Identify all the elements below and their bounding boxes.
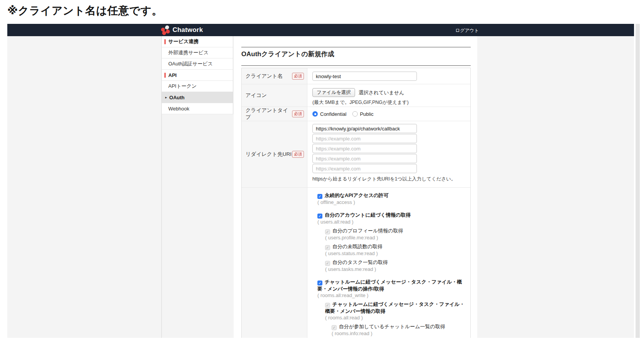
redirect-uri-input-3[interactable] xyxy=(312,144,417,153)
file-select-button[interactable]: ファイルを選択 xyxy=(312,88,355,97)
sidebar-item-oauth-auth-services[interactable]: OAuth認証サービス xyxy=(162,58,233,70)
client-name-row: クライアント名 必須 xyxy=(242,68,470,84)
scope-label: 自分のプロフィール情報の取得 xyxy=(332,228,403,234)
client-name-value-cell xyxy=(307,68,470,84)
scrollbar-track[interactable] xyxy=(635,24,640,338)
app-window: Chatwork ログアウト サービス連携 外部連携サービス OAuth認証サー… xyxy=(7,24,634,338)
main-content: OAuthクライアントの新規作成 クライアント名 必須 アイコン ファイルを選 xyxy=(234,36,477,338)
sidebar-item-api[interactable]: API xyxy=(162,70,233,81)
scope-label: 永続的なAPIアクセスの許可 xyxy=(325,192,389,198)
client-name-label-cell: クライアント名 必須 xyxy=(242,68,307,84)
redirect-uri-label: リダイレクト先URI xyxy=(246,151,292,158)
scope-rooms-all-read: チャットルームに紐づくメッセージ・タスク・ファイル・概要・メンバー情報の取得 (… xyxy=(325,301,466,321)
client-type-row: クライアントタイプ 必須 Confidential Public xyxy=(242,107,470,121)
scope-code: ( rooms.all:read ) xyxy=(325,314,466,321)
sidebar-item-oauth[interactable]: ▸ OAuth xyxy=(162,92,233,103)
checkbox-rooms-all-read xyxy=(325,303,330,308)
scope-rooms-all-read-write: チャットルームに紐づくメッセージ・タスク・ファイル・概要・メンバー情報の操作/取… xyxy=(317,279,466,299)
icon-note: (最大 5MBまで。JPEG,GIF,PNGが使えます) xyxy=(312,99,470,106)
scope-users-profile-me-read: 自分のプロフィール情報の取得 ( users.profile.me:read ) xyxy=(325,227,466,241)
scope-users-status-me-read: 自分の未既読数の取得 ( users.status.me:read ) xyxy=(325,243,466,257)
icon-label-cell: アイコン xyxy=(242,84,307,107)
client-type-label: クライアントタイプ xyxy=(246,107,292,121)
brand-name: Chatwork xyxy=(173,26,203,34)
scope-label: 自分の未既読数の取得 xyxy=(332,244,383,249)
checkbox-rooms-all-read-write[interactable] xyxy=(317,281,322,286)
scope-code: ( users.all:read ) xyxy=(317,219,466,225)
redirect-uri-input-4[interactable] xyxy=(312,154,417,163)
brand: Chatwork xyxy=(161,25,203,35)
redirect-uri-note: httpsから始まるリダイレクト先URIを1つ以上入力してください。 xyxy=(312,176,470,182)
sidebar-item-label: 外部連携サービス xyxy=(168,49,209,56)
sidebar-item-label: APIトークン xyxy=(168,83,197,90)
scope-label: チャットルームに紐づくメッセージ・タスク・ファイル・概要・メンバー情報の操作/取… xyxy=(317,279,462,292)
redirect-uri-label-cell: リダイレクト先URI 必須 xyxy=(242,121,307,187)
scope-label: チャットルームに紐づくメッセージ・タスク・ファイル・概要・メンバー情報の取得 xyxy=(325,301,465,314)
redirect-uri-input-5[interactable] xyxy=(312,164,417,173)
sidebar-item-label: API xyxy=(168,72,177,78)
redirect-uri-value-cell: httpsから始まるリダイレクト先URIを1つ以上入力してください。 xyxy=(307,121,470,187)
accent-bar xyxy=(164,73,166,78)
sidebar: サービス連携 外部連携サービス OAuth認証サービス API APIトークン … xyxy=(162,36,233,114)
radio-public-label[interactable]: Public xyxy=(360,111,373,117)
sidebar-item-label: Webhook xyxy=(168,106,189,112)
logo-petal xyxy=(162,31,167,36)
sidebar-item-webhook[interactable]: Webhook xyxy=(162,103,233,114)
scope-users-all-read: 自分のアカウントに紐づく情報の取得 ( users.all:read ) xyxy=(317,212,466,225)
page-title: OAuthクライアントの新規作成 xyxy=(241,50,334,58)
icon-label: アイコン xyxy=(246,92,267,99)
sidebar-item-label: サービス連携 xyxy=(168,38,199,45)
file-status-text: 選択されていません xyxy=(359,89,404,96)
icon-value-cell: ファイルを選択 選択されていません (最大 5MBまで。JPEG,GIF,PNG… xyxy=(307,84,470,107)
scopes-value-cell: 永続的なAPIアクセスの許可 ( offline_access ) 自分のアカウ… xyxy=(307,188,470,338)
radio-confidential[interactable] xyxy=(312,111,318,117)
scope-users-tasks-me-read: 自分のタスク一覧の取得 ( users.tasks.me:read ) xyxy=(325,259,466,272)
client-type-value-cell: Confidential Public xyxy=(307,107,470,121)
checkbox-users-status-me-read xyxy=(325,245,330,250)
checkbox-users-tasks-me-read xyxy=(325,261,330,266)
checkbox-users-profile-me-read xyxy=(325,229,330,234)
title-rule-top xyxy=(241,47,471,47)
required-badge: 必須 xyxy=(292,110,304,117)
scope-code: ( rooms.info:read ) xyxy=(332,330,466,337)
navbar: Chatwork ログアウト xyxy=(7,24,634,36)
title-rule-bottom xyxy=(241,65,471,66)
disclosure-arrow-icon: ▸ xyxy=(165,95,167,99)
sidebar-item-api-token[interactable]: APIトークン xyxy=(162,81,233,92)
redirect-uri-input-1[interactable] xyxy=(312,124,417,133)
redirect-uri-row: リダイレクト先URI 必須 httpsから始まるリダイレクト先URIを1つ以上入… xyxy=(242,121,470,188)
checkbox-rooms-info-read xyxy=(332,325,337,330)
scope-offline-access: 永続的なAPIアクセスの許可 ( offline_access ) xyxy=(317,192,466,205)
scope-code: ( offline_access ) xyxy=(317,199,466,205)
scope-code: ( users.status.me:read ) xyxy=(325,250,466,257)
scope-label: 自分のタスク一覧の取得 xyxy=(332,259,388,265)
redirect-uri-input-2[interactable] xyxy=(312,134,417,143)
sidebar-item-label: OAuth xyxy=(169,95,185,100)
sidebar-item-service-link[interactable]: サービス連携 xyxy=(162,36,233,47)
client-name-label: クライアント名 xyxy=(246,73,282,80)
oauth-client-form: クライアント名 必須 アイコン ファイルを選択 選択されていません (最大 5M… xyxy=(241,68,471,338)
checkbox-users-all-read[interactable] xyxy=(317,214,322,219)
accent-bar xyxy=(164,39,166,44)
checkbox-offline-access[interactable] xyxy=(317,194,322,199)
icon-row: アイコン ファイルを選択 選択されていません (最大 5MBまで。JPEG,GI… xyxy=(242,84,470,107)
radio-public[interactable] xyxy=(352,111,358,117)
page-top-note: ※クライアント名は任意です。 xyxy=(7,3,163,18)
scope-code: ( users.tasks.me:read ) xyxy=(325,266,466,272)
client-name-input[interactable] xyxy=(312,72,417,81)
logout-link[interactable]: ログアウト xyxy=(455,27,479,34)
radio-confidential-label[interactable]: Confidential xyxy=(320,111,347,117)
scope-label: 自分のアカウントに紐づく情報の取得 xyxy=(325,212,411,218)
scope-code: ( users.profile.me:read ) xyxy=(325,234,466,241)
scopes-row: 永続的なAPIアクセスの許可 ( offline_access ) 自分のアカウ… xyxy=(242,188,470,338)
scope-rooms-info-read: 自分が参加しているチャットルーム一覧の取得 ( rooms.info:read … xyxy=(332,323,466,337)
scope-label: 自分が参加しているチャットルーム一覧の取得 xyxy=(339,324,445,329)
scope-code: ( rooms.all:read_write ) xyxy=(317,292,466,299)
chatwork-logo-icon xyxy=(161,25,171,35)
sidebar-item-label: OAuth認証サービス xyxy=(168,60,213,67)
required-badge: 必須 xyxy=(292,151,304,158)
client-type-label-cell: クライアントタイプ 必須 xyxy=(242,107,307,121)
required-badge: 必須 xyxy=(292,73,304,80)
sidebar-item-external-services[interactable]: 外部連携サービス xyxy=(162,47,233,58)
scopes-label-cell xyxy=(242,188,307,338)
